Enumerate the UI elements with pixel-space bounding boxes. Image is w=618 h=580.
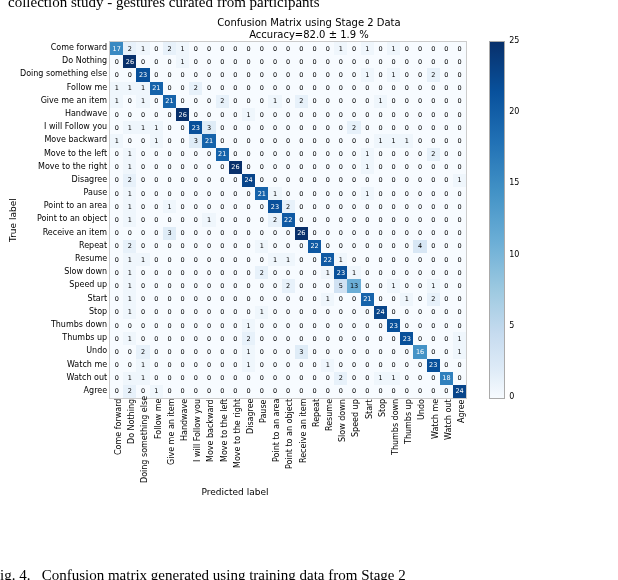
- heatmap-cell: 0: [308, 306, 321, 319]
- heatmap-cell: 0: [229, 240, 242, 253]
- heatmap-cell: 0: [163, 266, 176, 279]
- heatmap-cell: 1: [136, 95, 149, 108]
- heatmap-cell: 0: [295, 68, 308, 81]
- heatmap-cell: 0: [321, 385, 334, 398]
- heatmap-cell: 0: [308, 253, 321, 266]
- heatmap-cell: 0: [202, 82, 215, 95]
- heatmap-cell: 0: [242, 55, 255, 68]
- heatmap-cell: 1: [387, 372, 400, 385]
- heatmap-cell: 0: [308, 82, 321, 95]
- heatmap-cell: 0: [413, 319, 426, 332]
- heatmap-cell: 0: [295, 306, 308, 319]
- heatmap-cell: 23: [400, 332, 413, 345]
- heatmap-cell: 0: [440, 293, 453, 306]
- heatmap-cell: 0: [282, 55, 295, 68]
- heatmap-cell: 0: [282, 42, 295, 55]
- heatmap-cell: 1: [123, 266, 136, 279]
- heatmap-cell: 0: [136, 332, 149, 345]
- heatmap-cell: 2: [295, 95, 308, 108]
- heatmap-cell: 0: [176, 266, 189, 279]
- heatmap-cell: 0: [123, 95, 136, 108]
- x-tick-label: Slow down: [338, 399, 351, 485]
- heatmap-cell: 1: [123, 332, 136, 345]
- heatmap-cell: 0: [282, 319, 295, 332]
- heatmap-cell: 0: [413, 95, 426, 108]
- heatmap-cell: 0: [216, 82, 229, 95]
- heatmap-cell: 0: [374, 187, 387, 200]
- heatmap-cell: 23: [189, 121, 202, 134]
- heatmap-cell: 0: [321, 121, 334, 134]
- heatmap-cell: 0: [268, 134, 281, 147]
- heatmap-cell: 0: [361, 332, 374, 345]
- heatmap-cell: 0: [308, 42, 321, 55]
- heatmap-cell: 0: [229, 134, 242, 147]
- heatmap-cell: 0: [176, 213, 189, 226]
- heatmap-cell: 0: [229, 213, 242, 226]
- heatmap-cell: 0: [374, 345, 387, 358]
- heatmap-cell: 0: [453, 68, 466, 81]
- heatmap-cell: 0: [282, 293, 295, 306]
- heatmap-cell: 0: [150, 148, 163, 161]
- heatmap-cell: 0: [282, 108, 295, 121]
- heatmap-cell: 0: [361, 319, 374, 332]
- heatmap-cell: 0: [255, 108, 268, 121]
- heatmap-cell: 0: [374, 42, 387, 55]
- heatmap-cell: 0: [136, 279, 149, 292]
- heatmap-cell: 0: [229, 306, 242, 319]
- heatmap-cell: 0: [334, 68, 347, 81]
- heatmap-cell: 0: [295, 134, 308, 147]
- heatmap-cell: 0: [268, 385, 281, 398]
- heatmap-cell: 0: [150, 332, 163, 345]
- heatmap-cell: 0: [242, 293, 255, 306]
- y-tick-label: Speed up: [69, 278, 107, 291]
- heatmap-cell: 0: [453, 266, 466, 279]
- heatmap-cell: 0: [374, 293, 387, 306]
- heatmap-cell: 1: [387, 68, 400, 81]
- heatmap-cell: 1: [123, 253, 136, 266]
- heatmap-cell: 0: [163, 148, 176, 161]
- heatmap-cell: 0: [374, 55, 387, 68]
- heatmap-cell: 21: [255, 187, 268, 200]
- heatmap-cell: 1: [123, 372, 136, 385]
- y-tick-label: Point to an object: [37, 212, 107, 225]
- heatmap-cell: 0: [308, 121, 321, 134]
- x-tick-label: Start: [365, 399, 378, 485]
- heatmap-cell: 0: [387, 240, 400, 253]
- heatmap-cell: 1: [374, 95, 387, 108]
- heatmap-cell: 0: [427, 187, 440, 200]
- heatmap-cell: 0: [440, 187, 453, 200]
- heatmap-cell: 26: [176, 108, 189, 121]
- heatmap-cell: 0: [150, 266, 163, 279]
- heatmap-cell: 0: [400, 174, 413, 187]
- heatmap-cell: 0: [282, 227, 295, 240]
- heatmap-cell: 0: [334, 345, 347, 358]
- heatmap-cell: 2: [189, 82, 202, 95]
- heatmap-cell: 2: [136, 345, 149, 358]
- heatmap-cell: 0: [400, 240, 413, 253]
- heatmap-cell: 0: [295, 55, 308, 68]
- heatmap-cell: 0: [308, 134, 321, 147]
- heatmap-cell: 2: [123, 240, 136, 253]
- heatmap-cell: 0: [427, 332, 440, 345]
- heatmap-cell: 1: [136, 121, 149, 134]
- heatmap-cell: 0: [387, 161, 400, 174]
- heatmap-cell: 0: [176, 306, 189, 319]
- heatmap-cell: 0: [216, 240, 229, 253]
- heatmap-cell: 0: [282, 174, 295, 187]
- heatmap-cell: 0: [163, 345, 176, 358]
- cropped-top-text: collection study - gestures curated from…: [0, 0, 618, 11]
- heatmap-cell: 0: [136, 187, 149, 200]
- heatmap-cell: 0: [440, 319, 453, 332]
- heatmap-cell: 0: [295, 42, 308, 55]
- heatmap-cell: 0: [136, 108, 149, 121]
- heatmap-cell: 0: [242, 95, 255, 108]
- heatmap-cell: 0: [334, 319, 347, 332]
- x-tick-label: Do Nothing: [127, 399, 140, 485]
- heatmap-cell: 0: [387, 200, 400, 213]
- heatmap-cell: 0: [110, 108, 123, 121]
- heatmap-cell: 0: [268, 55, 281, 68]
- heatmap-cell: 0: [387, 293, 400, 306]
- heatmap-cell: 0: [216, 42, 229, 55]
- y-tick-label: Move to the right: [38, 160, 107, 173]
- heatmap-cell: 0: [334, 187, 347, 200]
